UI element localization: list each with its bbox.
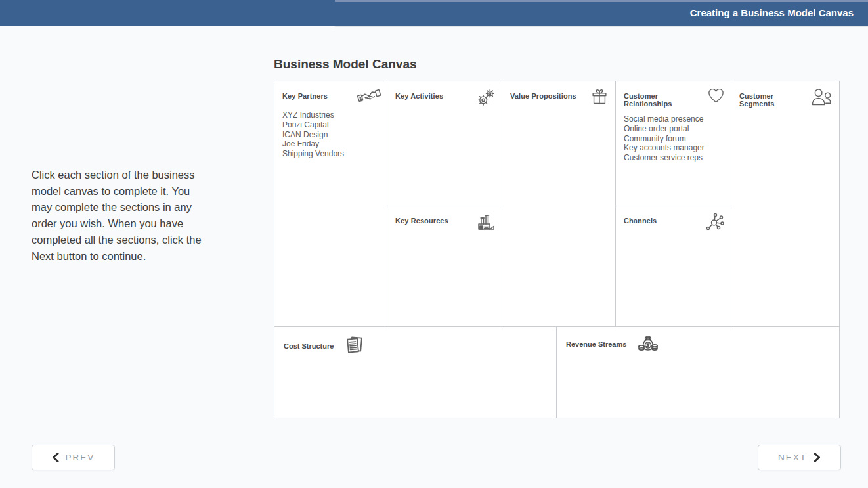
section-key-partners[interactable]: Key Partners <box>274 81 387 326</box>
list-item: Joe Friday <box>282 139 381 149</box>
section-customer-segments[interactable]: Customer Segments <box>731 81 839 326</box>
section-cost-structure[interactable]: Cost Structure <box>274 326 557 418</box>
section-label: Channels <box>624 217 657 225</box>
section-label: Key Partners <box>282 92 328 100</box>
section-key-activities[interactable]: Key Activities <box>387 81 502 206</box>
section-channels[interactable]: Channels <box>616 206 731 326</box>
next-button-label: NEXT <box>778 453 807 462</box>
section-label: Cost Structure <box>284 342 334 350</box>
next-button[interactable]: NEXT <box>758 445 841 470</box>
money-bag-icon <box>637 335 659 353</box>
prev-button-label: PREV <box>66 453 95 462</box>
section-key-resources[interactable]: Key Resources <box>387 206 502 326</box>
section-label: Customer Segments <box>739 92 810 108</box>
gift-icon <box>590 87 609 107</box>
section-label: Revenue Streams <box>566 340 626 348</box>
section-label: Value Propositions <box>510 92 576 100</box>
stage: Creating a Business Model Canvas Click e… <box>0 0 868 488</box>
list-item: Online order portal <box>624 124 726 134</box>
people-icon <box>810 87 833 106</box>
section-header: Revenue Streams <box>557 327 839 353</box>
section-label: Key Activities <box>395 92 443 100</box>
section-header: Cost Structure <box>274 327 556 357</box>
lesson-title: Creating a Business Model Canvas <box>690 0 854 26</box>
section-header: Key Activities <box>387 81 502 108</box>
header-underline <box>335 26 868 27</box>
factory-icon <box>476 212 496 232</box>
section-value-propositions[interactable]: Value Propositions <box>502 81 616 326</box>
section-customer-relationships[interactable]: Customer Relationships Social media pres… <box>616 81 731 206</box>
list-item: XYZ Industries <box>282 110 381 120</box>
documents-icon <box>344 335 365 357</box>
network-icon <box>705 212 725 232</box>
business-model-canvas: Key Partners <box>274 81 840 418</box>
chevron-left-icon <box>52 453 59 462</box>
section-label: Key Resources <box>395 217 448 225</box>
list-item: Community forum <box>624 134 726 144</box>
prev-button[interactable]: PREV <box>32 445 115 470</box>
list-item: Key accounts manager <box>624 143 726 153</box>
section-items: Social media presence Online order porta… <box>616 108 731 163</box>
section-items: XYZ Industries Ponzi Capital ICAN Design… <box>274 104 387 159</box>
section-header: Customer Relationships <box>616 81 731 108</box>
header-bar: Creating a Business Model Canvas <box>0 0 868 26</box>
list-item: Customer service reps <box>624 153 726 163</box>
list-item: Social media presence <box>624 114 726 124</box>
section-header: Key Resources <box>387 206 502 232</box>
list-item: Shipping Vendors <box>282 149 381 159</box>
gears-icon <box>475 87 496 108</box>
section-header: Channels <box>616 206 731 232</box>
list-item: ICAN Design <box>282 130 381 140</box>
heart-icon <box>707 87 725 104</box>
section-header: Customer Segments <box>731 81 839 108</box>
chevron-right-icon <box>814 453 821 462</box>
list-item: Ponzi Capital <box>282 120 381 130</box>
section-label: Customer Relationships <box>624 92 707 108</box>
section-revenue-streams[interactable]: Revenue Streams <box>557 326 839 418</box>
section-header: Value Propositions <box>502 81 615 107</box>
instructions-text: Click each section of the business model… <box>32 167 260 264</box>
section-header: Key Partners <box>274 81 387 104</box>
canvas-title: Business Model Canvas <box>274 57 417 72</box>
handshake-icon <box>357 87 381 104</box>
